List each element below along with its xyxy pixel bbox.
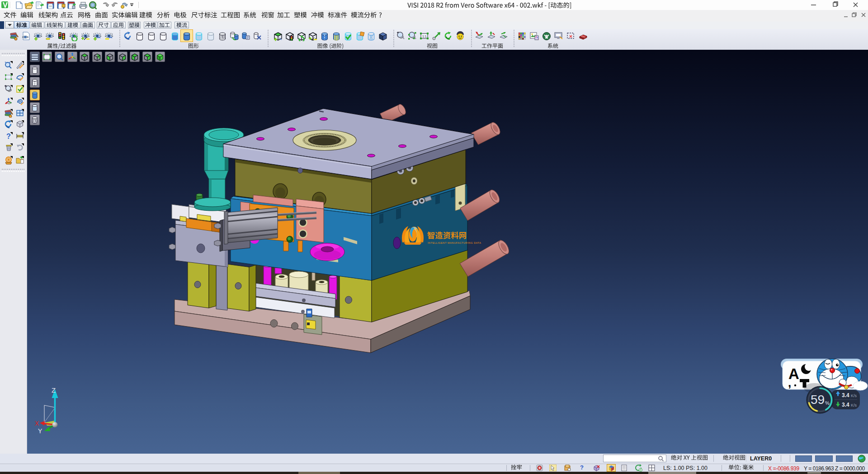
svg-text:Z: Z [52,386,56,394]
svg-text:K/s: K/s [851,393,857,398]
svg-text:K/s: K/s [851,403,857,408]
svg-text:?: ? [6,133,11,140]
svg-text:1:1: 1:1 [422,35,427,38]
svg-text:3.4: 3.4 [842,392,849,398]
svg-text:,: , [788,376,791,389]
svg-text:%: % [825,400,830,406]
svg-text:Y: Y [38,427,42,435]
svg-text:X: X [35,420,39,427]
svg-text:59: 59 [811,393,825,407]
svg-text:3.4: 3.4 [842,402,849,408]
svg-text:INTELLIGENT MANUFACTURING DATA: INTELLIGENT MANUFACTURING DATA [428,242,481,244]
